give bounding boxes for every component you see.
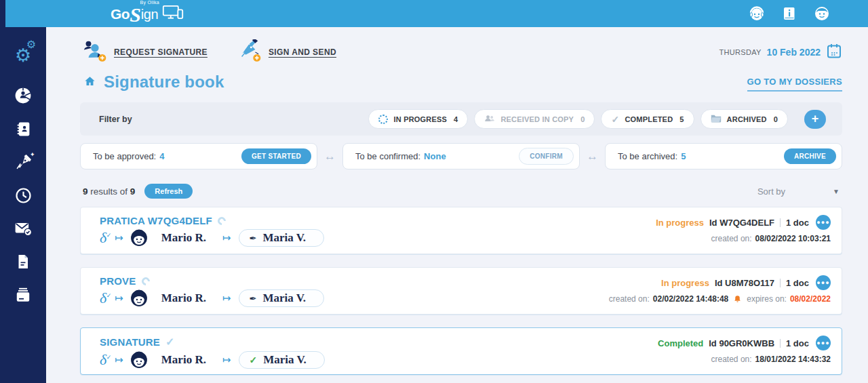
sign-and-send-button[interactable]: SIGN AND SEND — [236, 39, 336, 65]
expires-on-value: 08/02/2022 — [790, 294, 831, 304]
support-headset-icon[interactable] — [749, 5, 765, 22]
recipient-name: Maria V. — [263, 353, 307, 367]
request-signature-icon — [81, 39, 107, 65]
sidebar-item-archive[interactable] — [9, 287, 37, 306]
received-copy-people-icon — [484, 114, 495, 125]
weekday-label: THURSDAY — [719, 48, 762, 56]
chevron-down-icon: ▼ — [833, 188, 840, 195]
sender-avatar — [130, 351, 148, 369]
completed-check-icon: ✓ — [611, 114, 619, 125]
logo-text-s: S — [130, 7, 141, 22]
document-icon — [15, 254, 31, 273]
sign-and-send-label: SIGN AND SEND — [269, 47, 336, 57]
recipient-pill: ✒ Maria V. — [239, 289, 324, 307]
request-signature-button[interactable]: REQUEST SIGNATURE — [81, 39, 208, 65]
pill-count: 0 — [774, 115, 778, 123]
sidebar-item-settings[interactable]: ⚙ ⚙ — [9, 46, 37, 65]
dossier-id: Id W7QG4DELF — [709, 218, 774, 228]
clock-icon — [15, 187, 32, 207]
sender-name: Mario R. — [161, 353, 206, 367]
dossier-row[interactable]: SIGNATURE ✓ δ✓ ↦ Mario R. ↦ ✓ Maria V. — [80, 327, 842, 375]
to-be-archived-label: To be archived: — [618, 151, 677, 161]
to-be-approved-label: To be approved: — [93, 151, 156, 161]
filter-pill-in-progress[interactable]: IN PROGRESS 4 — [368, 109, 468, 129]
more-options-button[interactable]: ●●● — [816, 215, 831, 230]
created-on-value: 08/02/2022 10:03:21 — [755, 234, 831, 243]
filter-pill-received-in-copy[interactable]: RECEIVED IN COPY 0 — [474, 109, 595, 129]
signature-flow-icon: δ✓ — [100, 232, 106, 244]
results-of-text: results of — [90, 186, 127, 197]
doc-count: 1 doc — [786, 218, 809, 228]
created-on-value: 02/02/2022 14:48:48 — [653, 294, 728, 304]
home-icon[interactable] — [84, 75, 96, 89]
sidebar-item-contacts[interactable] — [9, 87, 37, 106]
dossier-row[interactable]: PROVE δ✓ ↦ Mario R. ↦ ✒ Maria V. — [80, 267, 842, 315]
signature-flow-icon: δ✓ — [100, 354, 106, 366]
contacts-pie-icon — [14, 87, 32, 107]
sidebar-item-documents[interactable] — [9, 254, 37, 273]
flow-arrow-icon: ↔ — [324, 150, 336, 163]
user-avatar-icon[interactable] — [814, 5, 830, 22]
expiry-bell-icon — [733, 295, 742, 304]
filter-pill-completed[interactable]: ✓ COMPLETED 5 — [601, 109, 694, 129]
sidebar-item-address-book[interactable] — [9, 121, 37, 140]
sidebar-item-history[interactable] — [9, 187, 37, 206]
gosign-logo[interactable]: By Olika GoSign — [111, 5, 184, 22]
mail-check-icon — [14, 220, 32, 240]
filter-bar: Filter by IN PROGRESS 4 RECEIVED IN COPY… — [80, 102, 842, 136]
pill-count: 5 — [679, 115, 684, 123]
calendar-icon[interactable] — [826, 43, 842, 62]
to-be-approved-value: 4 — [159, 151, 164, 161]
get-started-button[interactable]: GET STARTED — [241, 148, 311, 164]
completed-check-icon: ✓ — [165, 336, 174, 348]
created-on-label: created on: — [711, 355, 752, 364]
pill-label: ARCHIVED — [727, 115, 767, 123]
results-count: 9 results of 9 — [83, 186, 135, 197]
pill-count: 0 — [580, 115, 585, 123]
mapsto-arrow-icon: ↦ — [115, 292, 123, 304]
logo-byline: By Olika — [140, 0, 159, 5]
add-filter-button[interactable]: + — [804, 110, 826, 129]
signed-check-icon: ✓ — [249, 355, 257, 365]
address-book-icon — [15, 121, 32, 140]
mapsto-arrow-icon: ↦ — [222, 354, 231, 366]
divider — [780, 218, 781, 227]
sparkle-icon: ✦ — [30, 151, 35, 158]
page-title: Signature book — [104, 73, 224, 92]
pill-label: COMPLETED — [625, 115, 673, 123]
divider — [780, 339, 781, 348]
date-value: 10 Feb 2022 — [767, 47, 821, 58]
to-be-confirmed-value: None — [424, 151, 446, 161]
confirm-button[interactable]: CONFIRM — [519, 148, 574, 165]
mapsto-arrow-icon: ↦ — [115, 354, 123, 366]
manual-info-icon[interactable] — [781, 5, 797, 22]
sort-by-label: Sort by — [757, 186, 785, 197]
recipient-name: Maria V. — [262, 231, 306, 245]
more-options-button[interactable]: ●●● — [816, 275, 831, 290]
doc-count: 1 doc — [786, 278, 809, 288]
created-on-value: 18/01/2022 14:43:32 — [755, 355, 831, 364]
sidebar-item-signature[interactable]: ✦ — [9, 154, 37, 173]
to-be-archived-value: 5 — [681, 151, 686, 161]
dossier-id: Id U8M78O117 — [715, 278, 774, 288]
more-options-button[interactable]: ●●● — [816, 336, 831, 350]
main-content: REQUEST SIGNATURE SIGN AND SEND THURSDAY… — [46, 27, 868, 383]
go-to-my-dossiers-link[interactable]: GO TO MY DOSSIERS — [747, 77, 842, 92]
created-on-label: created on: — [711, 234, 752, 243]
pen-icon: ✒ — [249, 294, 256, 304]
sidebar: ⚙ ⚙ ✦ — [0, 27, 46, 383]
dossier-title[interactable]: SIGNATURE — [100, 336, 160, 348]
sort-by-dropdown[interactable]: Sort by ▼ — [757, 186, 840, 197]
to-be-archived-card: To be archived: 5 ARCHIVE — [605, 143, 842, 169]
dossier-title[interactable]: PROVE — [100, 275, 136, 287]
sidebar-item-mail[interactable] — [9, 220, 37, 239]
refresh-button[interactable]: Refresh — [144, 184, 193, 199]
request-signature-label: REQUEST SIGNATURE — [114, 47, 208, 57]
archive-button[interactable]: ARCHIVE — [784, 148, 836, 164]
devices-icon — [162, 5, 184, 22]
signature-pen-icon: ✦ — [15, 154, 32, 174]
filter-pill-archived[interactable]: ARCHIVED 0 — [701, 109, 788, 129]
sender-name: Mario R. — [161, 231, 206, 245]
dossier-title[interactable]: PRATICA W7QG4DELF — [100, 215, 212, 226]
dossier-row[interactable]: PRATICA W7QG4DELF δ✓ ↦ Mario R. ↦ ✒ Mari… — [80, 207, 842, 254]
